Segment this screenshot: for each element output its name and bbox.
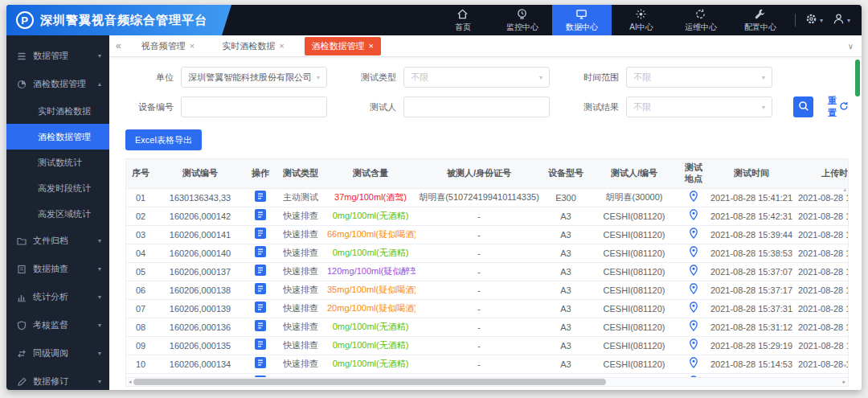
tab-video-audio-mgmt[interactable]: 视音频管理× [134,37,202,55]
location-button[interactable] [689,246,698,260]
cell-person: 胡明喜(510724199410114335) [416,188,542,207]
cell-test-content: 20mg/100ml(疑似喝酒) [326,299,416,318]
view-record-button[interactable] [255,283,266,297]
location-button[interactable] [689,265,698,278]
tab-alcohol-data-mgmt[interactable]: 酒检数据管理× [305,37,381,55]
sidebar-group-data-mgmt[interactable]: 数据管理▾ [6,42,109,70]
folder-icon [17,236,27,246]
table-header-row: 序号测试编号操作测试类型测试含量被测人/身份证号设备型号测试人/编号测试地点测试… [126,159,849,188]
view-record-button[interactable] [255,320,266,334]
test-type-select[interactable]: 不限▾ [403,67,550,88]
column-header: 测试时间 [708,159,795,188]
cell-test-content: 0mg/100ml(无酒精) [326,207,416,225]
docsearch-icon [17,265,27,274]
cell-device-model: A3 [542,207,589,225]
divider [795,14,796,27]
close-icon[interactable]: × [190,42,194,51]
sidebar-item-alcohol-data-mgmt[interactable]: 酒检数据管理 [6,124,109,150]
sidebar-group-assess-supervise[interactable]: 考核监督▾ [6,311,109,339]
location-button[interactable] [689,339,698,352]
location-button[interactable] [689,302,698,315]
view-record-button[interactable] [255,246,266,260]
cell-no: 05 [126,262,155,281]
sidebar-group-peer-review[interactable]: 同级调阅▾ [6,339,109,367]
nav-item-data[interactable]: 数据中心 [552,5,612,35]
tab-realtime-alcohol-data[interactable]: 实时酒检数据× [215,37,291,55]
table-scroll-down-icon[interactable]: ▾ [843,363,846,369]
nav-item-monitor[interactable]: 监控中心 [493,5,552,35]
device-no-label: 设备编号 [125,101,174,113]
sidebar-group-stats-analysis[interactable]: 统计分析▾ [6,283,109,311]
time-range-select[interactable]: 不限▾ [626,67,772,88]
sidebar-group-data-spotcheck[interactable]: 数据抽查▾ [6,255,109,283]
app-title: 深圳警翼视音频综合管理平台 [40,13,207,28]
test-type-label: 测试类型 [348,72,396,84]
nav-item-home[interactable]: 首页 [433,5,493,35]
location-button[interactable] [689,375,698,377]
document-icon [255,246,266,260]
location-button[interactable] [689,228,698,241]
cell-test-time: 2021-08-28 15:42:31 [708,207,795,225]
scroll-left-icon[interactable]: ◂ [129,379,132,385]
table-row: 05160206,000137快速排查120mg/100ml(疑似醉驾)-A3C… [126,262,849,281]
nav-item-config[interactable]: 配置中心 [731,5,790,35]
cell-location [679,318,708,336]
sidebar-group-data-revision[interactable]: 数据修订▾ [6,367,109,390]
sidebar-group-alcohol-data-mgmt[interactable]: 酒检数据管理▴ [6,70,109,98]
sidebar-item-peak-time-stats[interactable]: 高发时段统计 [6,175,109,201]
close-icon[interactable]: × [369,42,374,51]
location-button[interactable] [689,283,698,297]
location-button[interactable] [689,320,698,334]
pie-icon [17,80,27,89]
chevron-down-icon: ▾ [98,322,101,329]
horizontal-scroll-thumb[interactable] [133,379,607,385]
view-record-button[interactable] [255,339,266,352]
ops-icon [694,8,706,20]
tabs-menu-chevron-icon[interactable]: ∨ [848,42,854,51]
excel-export-button[interactable]: Excel表格导出 [125,129,202,150]
view-record-button[interactable] [255,375,266,377]
view-record-button[interactable] [255,302,266,315]
view-record-button[interactable] [255,265,266,278]
sidebar-item-test-count-stats[interactable]: 测试数统计 [6,150,109,175]
sidebar-item-realtime-alcohol-data[interactable]: 实时酒检数据 [6,98,109,124]
view-record-button[interactable] [255,357,266,371]
user-menu-button[interactable]: ▾ [833,13,850,28]
nav-item-ops[interactable]: 运维中心 [671,5,731,35]
scroll-right-icon[interactable]: ▸ [842,379,845,385]
chevron-down-icon: ▾ [847,17,850,24]
sidebar-group-file-archive[interactable]: 文件归档▾ [6,227,109,255]
unit-select[interactable]: 深圳警翼智能科技股份有限公司▾ [181,67,327,88]
horizontal-scrollbar: ◂ ▸ [125,377,849,387]
location-button[interactable] [689,209,698,223]
monitor-icon [516,8,528,20]
sidebar-group-label: 同级调阅 [33,347,68,359]
nav-label: 首页 [455,22,471,33]
settings-gear-button[interactable]: ▾ [805,13,823,28]
table-scroll-up-icon[interactable]: ▴ [843,187,846,193]
device-no-input[interactable] [181,96,327,117]
location-button[interactable] [689,191,698,204]
close-icon[interactable]: × [279,42,284,51]
vertical-scroll-thumb[interactable] [855,59,860,96]
sidebar-group-label: 统计分析 [33,291,68,303]
view-record-button[interactable] [255,228,266,241]
tester-input[interactable] [403,96,550,117]
view-record-button[interactable] [255,191,266,204]
view-record-button[interactable] [255,209,266,223]
reset-link[interactable]: 重置 [828,95,849,119]
cell-person: - [416,244,542,262]
cell-location [679,281,708,299]
cell-device-model: A3 [542,262,589,281]
nav-item-ai[interactable]: AI中心 [612,5,671,35]
search-button[interactable] [793,96,813,117]
test-result-select[interactable]: 不限▾ [626,96,772,117]
location-button[interactable] [689,357,698,371]
cell-device-model: A3 [542,244,589,262]
cell-test-time: 2021-08-28 15:41:21 [708,188,795,207]
cell-test-time: 2021-08-28 15:39:44 [708,225,795,244]
cell-upload-time: 2021-08-28 15:30:04 [795,318,849,336]
document-icon [255,357,266,371]
tabs-collapse-button[interactable]: « [116,40,121,51]
sidebar-item-peak-area-stats[interactable]: 高发区域统计 [6,201,109,227]
